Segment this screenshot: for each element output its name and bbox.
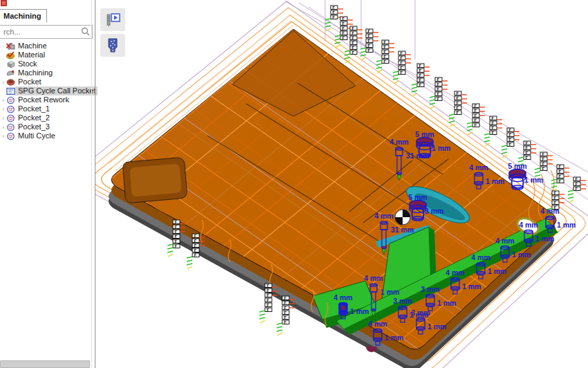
tool-sub-label: 1 mm <box>512 250 531 259</box>
tree-item-label: Pocket Rework <box>17 95 71 104</box>
tree-item-pocket-2[interactable]: ›Pocket_2 <box>0 113 91 122</box>
material-icon <box>6 51 16 59</box>
approach-marker: FFFFF <box>430 77 448 109</box>
tool-sub-label: 1 mm <box>462 282 481 291</box>
tree-item-pocket-1[interactable]: ›Pocket_1 <box>0 104 91 113</box>
cycle-icon <box>6 132 16 140</box>
panel-inner-border <box>91 0 92 368</box>
panel-horizontal-scrollbar[interactable] <box>0 360 90 368</box>
tool-holder-button[interactable] <box>100 34 125 57</box>
stock-icon <box>6 60 16 68</box>
tool-diameter-label: 4 mm <box>389 138 408 146</box>
tool-sub-label: 1 mm <box>486 177 504 185</box>
tree-item-pocket[interactable]: ›Pocket <box>0 77 91 86</box>
operation-tree: MachineMaterialStockMachining›PocketSPG … <box>0 42 91 140</box>
tool-diameter-label: 4 mm <box>471 253 490 261</box>
tool-holder-icon <box>106 38 120 53</box>
spg-icon <box>6 87 16 95</box>
tool-diameter-label: 4 mm <box>469 163 488 172</box>
approach-marker: FFFF <box>551 165 569 192</box>
tool-diameter-label: 3 mm <box>421 285 439 293</box>
tree-item-machining[interactable]: Machining <box>0 68 91 77</box>
cycle-icon <box>6 96 16 104</box>
search-box[interactable] <box>0 25 93 39</box>
tree-item-stock[interactable]: Stock <box>0 59 91 68</box>
cam-application-window: FFFFFFFFFFFFFFFFFFFFFFFFFFFFFFFFFFFFFFFF… <box>0 0 588 368</box>
tool-diameter-label: 4 mm <box>374 212 393 220</box>
tool-sub-label: 3 mm <box>425 207 443 215</box>
tool-sub-label: 31 mm <box>391 226 414 234</box>
tree-item-pocket-3[interactable]: ›Pocket_3 <box>0 122 91 131</box>
tool-sub-label: 1 mm <box>524 176 543 184</box>
approach-marker: FFFFF <box>449 91 467 127</box>
tool-sub-label: 1 mm <box>437 299 456 307</box>
tree-item-label: Pocket_1 <box>17 104 52 113</box>
tree-item-pocket-rework[interactable]: ›Pocket Rework <box>0 95 91 104</box>
window-icon <box>1 0 8 7</box>
tool-diameter-label: 4 mm <box>519 221 538 229</box>
tree-item-label: SPG Cycle Call Pocket <box>17 86 98 95</box>
tool-diameter-label: 3 mm <box>411 309 430 317</box>
approach-marker: FFFFF <box>376 40 394 73</box>
cycle-icon <box>6 114 16 122</box>
approach-marker: FFF <box>568 177 586 203</box>
tool-sub-label: 1 mm <box>488 267 506 275</box>
chevron-right-icon[interactable]: › <box>0 133 6 140</box>
cycle-icon <box>6 105 16 113</box>
chevron-right-icon[interactable]: › <box>0 106 6 113</box>
tree-item-multi-cycle[interactable]: ›Multi Cycle <box>0 131 91 140</box>
simulate-toolpath-button[interactable] <box>100 8 125 31</box>
tree-item-label: Pocket_2 <box>17 113 52 122</box>
tool-diameter-label: 4 mm <box>333 293 352 302</box>
tool-diameter-label: 4 mm <box>540 207 559 215</box>
origin-marker <box>395 210 410 225</box>
pocket-icon <box>6 78 16 86</box>
tool-diameter-label: 4 mm <box>364 274 383 282</box>
tool-diameter-label: 5 mm <box>415 130 434 138</box>
tool-diameter-label: 4 mm <box>368 320 387 328</box>
tree-item-label: Pocket_3 <box>17 122 52 131</box>
approach-marker: FFFFF <box>467 104 485 135</box>
tool-sub-label: 1 mm <box>432 144 450 152</box>
tool-sub-label: 1 mm <box>428 322 446 331</box>
tool-sub-label: 1 mm <box>385 333 403 342</box>
machine-icon <box>6 42 16 50</box>
tree-item-label: Stock <box>17 59 39 68</box>
tool-diameter-label: 4 mm <box>445 268 464 277</box>
cycle-icon <box>6 123 16 131</box>
chevron-right-icon[interactable]: › <box>0 124 6 131</box>
tree-item-material[interactable]: Material <box>0 50 91 59</box>
chevron-right-icon[interactable]: › <box>0 115 6 122</box>
search-input[interactable] <box>2 26 78 38</box>
machining-icon <box>6 69 16 77</box>
panel-splitter[interactable] <box>95 0 95 368</box>
tab-machining[interactable]: Machining <box>0 9 47 23</box>
tool-diameter-label: 5 mm <box>508 162 526 170</box>
tool-sub-label: 1 mm <box>535 234 554 243</box>
tree-item-label: Material <box>17 50 47 59</box>
chevron-right-icon[interactable]: › <box>0 79 6 86</box>
tool-sub-label: 1 mm <box>350 307 369 315</box>
tool-sub-label: 1 mm <box>557 221 576 229</box>
tree-item-spg-cycle-call-pocket[interactable]: SPG Cycle Call Pocket <box>0 86 91 95</box>
tree-item-label: Pocket <box>17 77 44 86</box>
tree-item-label: Machine <box>17 42 49 50</box>
machining-tree-panel: Machining MachineMaterialStockMachining›… <box>0 0 95 368</box>
tool-diameter-label: 5 mm <box>408 193 427 201</box>
tree-item-machine[interactable]: Machine <box>0 42 91 50</box>
tool-diameter-label: 3 mm <box>393 297 412 305</box>
tree-item-label: Machining <box>17 68 55 77</box>
chevron-right-icon[interactable]: › <box>0 97 6 104</box>
search-icon[interactable] <box>81 27 90 36</box>
tool-sub-label: 1 mm <box>380 288 399 296</box>
tree-item-label: Multi Cycle <box>17 131 57 140</box>
tool-diameter-label: 4 mm <box>495 237 514 245</box>
tool-play-icon <box>104 12 121 28</box>
